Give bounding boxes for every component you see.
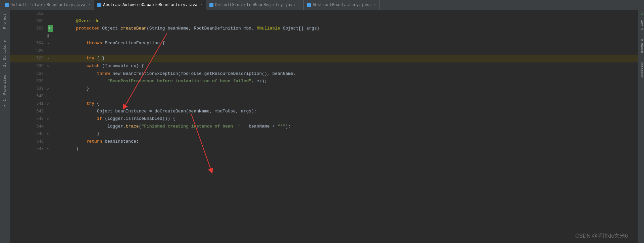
indent-space: [55, 139, 87, 144]
indent-space: [55, 63, 87, 68]
line-number: 529: [10, 55, 47, 62]
line-content[interactable]: protected Object createBean(String beanN…: [54, 25, 638, 40]
token-type: );: [285, 124, 291, 129]
indent-space: [55, 124, 107, 129]
tab-icon-2: [97, 3, 101, 7]
table-row: 537 throw new BeanCreationException(mbdT…: [10, 70, 638, 78]
line-number: 539: [10, 85, 47, 93]
table-row: 544 logger.trace("Finished creating inst…: [10, 123, 638, 130]
token-type: logger.: [107, 124, 126, 129]
line-content[interactable]: Object beanInstance = doCreateBean(beanN…: [54, 108, 638, 115]
table-row: 536▷ catch (Throwable ex) {: [10, 62, 638, 70]
line-content[interactable]: "BeanPostProcessor before instantiation …: [54, 78, 638, 85]
token-type: beanInstance;: [102, 139, 139, 144]
tab-1[interactable]: DefaultListableBeanFactory.java ×: [1, 0, 94, 10]
tab-close-1[interactable]: ×: [88, 3, 90, 7]
line-gutter: [47, 108, 54, 115]
line-content[interactable]: }: [54, 130, 638, 138]
ant-tab[interactable]: Ant 1: [639, 19, 644, 32]
line-content[interactable]: if (logger.isTraceEnabled()) {: [54, 115, 638, 123]
token-kw: try: [87, 101, 94, 106]
line-content[interactable]: }: [54, 145, 638, 153]
tab-label-4: AbstractBeanFactory.java: [313, 3, 371, 7]
line-content[interactable]: throws BeanCreationException {: [54, 40, 638, 47]
line-gutter: [47, 17, 54, 25]
table-row: 545▷ }: [10, 130, 638, 138]
table-row: 543▷ if (logger.isTraceEnabled()) {: [10, 115, 638, 123]
tab-label-2: AbstractAutowireCapableBeanFactory.java: [103, 3, 197, 7]
table-row: 541▷ try {: [10, 100, 638, 108]
token-type: new BeanCreationException(mbdToUse.getRe…: [110, 71, 296, 76]
line-gutter: [47, 123, 54, 130]
maven-tab[interactable]: m Maven: [639, 38, 644, 54]
favorites-tab-left[interactable]: ★ 2: Favorites: [2, 73, 8, 110]
token-type: }: [76, 146, 79, 151]
token-method: trace: [126, 124, 139, 129]
line-gutter: ▷: [47, 100, 54, 108]
line-number: 538: [10, 78, 47, 85]
table-row: 528: [10, 47, 638, 55]
line-gutter: [47, 47, 54, 55]
indent-space: [55, 101, 87, 106]
tab-icon-3: [209, 3, 213, 7]
line-gutter: ▷: [47, 115, 54, 123]
token-type: (String beanName, RootBeanDefinition mbd…: [147, 26, 257, 31]
tab-close-4[interactable]: ×: [374, 3, 376, 7]
tab-close-3[interactable]: ×: [298, 3, 300, 7]
code-area: 519502 @Override5031↑ @ protected Object…: [10, 10, 638, 243]
tab-icon-4: [307, 3, 311, 7]
tab-3[interactable]: DefaultSingletonBeanRegistry.java ×: [206, 0, 304, 10]
structure-tab-left[interactable]: 2: Structure: [2, 38, 8, 69]
line-number: 528: [10, 47, 47, 55]
line-content[interactable]: }: [54, 85, 638, 93]
table-row: 547▷ }: [10, 145, 638, 153]
tab-4[interactable]: AbstractBeanFactory.java ×: [304, 0, 380, 10]
token-type: Object[] args): [280, 26, 319, 31]
line-content[interactable]: [54, 93, 638, 100]
line-number: 504: [10, 40, 47, 47]
line-content[interactable]: @Override: [54, 17, 638, 25]
tab-2[interactable]: AbstractAutowireCapableBeanFactory.java …: [94, 0, 206, 10]
database-tab[interactable]: Database: [639, 60, 644, 79]
indent-space: [55, 79, 107, 84]
project-tab[interactable]: Project: [2, 11, 8, 31]
token-type: Object: [100, 26, 120, 31]
token-string: "Finished creating instance of bean '": [141, 124, 241, 129]
token-string: "BeanPostProcessor before instantiation …: [107, 79, 251, 84]
line-content[interactable]: [54, 10, 638, 17]
indent-space: [55, 116, 97, 121]
line-gutter: ▷: [47, 55, 54, 62]
token-type: }: [87, 86, 89, 91]
line-number: 542: [10, 108, 47, 115]
line-gutter: [47, 70, 54, 78]
line-gutter: [47, 93, 54, 100]
checkmark-icon: ✓: [641, 11, 643, 16]
line-number: 547: [10, 145, 47, 153]
tab-label-3: DefaultSingletonBeanRegistry.java: [215, 3, 295, 7]
tab-close-2[interactable]: ×: [200, 3, 202, 7]
line-content[interactable]: throw new BeanCreationException(mbdToUse…: [54, 70, 638, 78]
indent-space: [55, 26, 76, 31]
line-content[interactable]: [54, 47, 638, 55]
token-type: (Throwable ex) {: [100, 63, 144, 68]
line-gutter: ▷: [47, 145, 54, 153]
token-kw: catch: [87, 63, 100, 68]
line-content[interactable]: logger.trace("Finished creating instance…: [54, 123, 638, 130]
token-type: + beanName +: [241, 124, 278, 129]
line-content[interactable]: catch (Throwable ex) {: [54, 62, 638, 70]
line-number: 519: [10, 10, 47, 17]
line-number: 503: [10, 25, 47, 40]
indent-space: [55, 56, 87, 61]
table-row: 504▷ throws BeanCreationException {: [10, 40, 638, 47]
line-content[interactable]: try {…}: [54, 55, 638, 62]
left-panel: Project 2: Structure ★ 2: Favorites: [0, 10, 10, 243]
line-content[interactable]: return beanInstance;: [54, 138, 638, 145]
line-gutter: 1↑ @: [47, 25, 54, 40]
token-type: {: [94, 101, 100, 106]
indent-space: [55, 146, 76, 151]
line-content[interactable]: try {: [54, 100, 638, 108]
table-row: 5031↑ @ protected Object createBean(Stri…: [10, 25, 638, 40]
indent-space: [55, 131, 97, 136]
table-row: 540: [10, 93, 638, 100]
tab-label-1: DefaultListableBeanFactory.java: [10, 3, 85, 7]
